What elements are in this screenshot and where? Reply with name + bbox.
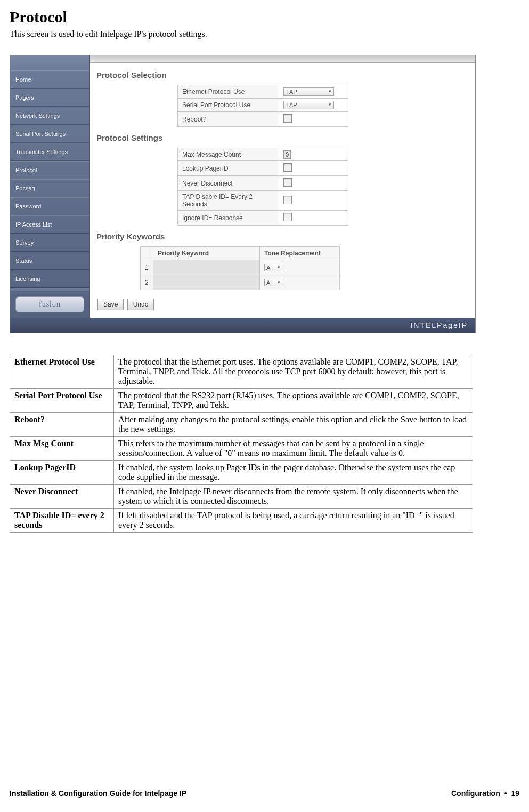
pkw-row2-tone-select[interactable]: A [264,279,282,286]
desc-key-5: Never Disconnect [10,485,114,509]
reboot-label: Reboot? [178,112,279,127]
desc-val-1: The protocol that the RS232 port (RJ45) … [114,389,473,413]
sidebar-item-protocol[interactable]: Protocol [10,161,89,179]
protocol-settings-grid: Max Message Count 0 Lookup PagerID Never… [177,148,348,226]
desc-val-6: If left disabled and the TAP protocol is… [114,509,473,533]
desc-val-4: If enabled, the system looks up Pager ID… [114,461,473,485]
sidebar-item-serial-port-settings[interactable]: Serial Port Settings [10,125,89,143]
pkw-row2-keyword-input[interactable] [158,278,255,285]
ignore-id-checkbox[interactable] [283,213,292,221]
sidebar-item-network-settings[interactable]: Network Settings [10,107,89,125]
sidebar: Home Pagers Network Settings Serial Port… [10,55,90,318]
pkw-tone-header: Tone Replacement [260,247,340,260]
save-button[interactable]: Save [97,299,124,310]
ignore-id-label: Ignore ID= Response [178,211,279,226]
sidebar-header-spacer [10,55,89,70]
reboot-checkbox[interactable] [283,114,292,123]
sidebar-item-password[interactable]: Password [10,197,89,215]
desc-val-2: After making any changes to the protocol… [114,413,473,437]
undo-button[interactable]: Undo [127,299,154,310]
section-protocol-selection-title: Protocol Selection [96,70,468,79]
sidebar-item-ip-access-list[interactable]: IP Access List [10,215,89,234]
pkw-row1-tone-select[interactable]: A [264,264,282,271]
desc-val-0: The protocol that the Ethernet port uses… [114,355,473,389]
sidebar-item-pagers[interactable]: Pagers [10,89,89,107]
sidebar-item-status[interactable]: Status [10,252,89,270]
page-intro: This screen is used to edit Intelpage IP… [10,29,519,39]
description-table: Ethernet Protocol UseThe protocol that t… [10,355,473,533]
sidebar-item-home[interactable]: Home [10,70,89,89]
desc-key-3: Max Msg Count [10,437,114,461]
ethernet-protocol-use-label: Ethernet Protocol Use [178,85,279,99]
desc-key-6: TAP Disable ID= every 2 seconds [10,509,114,533]
desc-key-4: Lookup PagerID [10,461,114,485]
config-ui-panel: Home Pagers Network Settings Serial Port… [10,55,476,333]
fusion-logo: fusion [15,296,84,312]
sidebar-item-licensing[interactable]: Licensing [10,270,89,288]
priority-keywords-table: Priority Keyword Tone Replacement 1 A 2 … [140,246,340,290]
serial-port-protocol-use-label: Serial Port Protocol Use [178,99,279,112]
max-message-count-label: Max Message Count [178,148,279,161]
sidebar-item-pocsag[interactable]: Pocsag [10,179,89,197]
page-heading: Protocol [10,8,519,26]
desc-key-0: Ethernet Protocol Use [10,355,114,389]
desc-key-2: Reboot? [10,413,114,437]
section-protocol-settings-title: Protocol Settings [96,133,468,142]
pkw-num-header [141,247,153,260]
pkw-keyword-header: Priority Keyword [153,247,260,260]
ethernet-protocol-use-select[interactable]: TAP [283,87,334,96]
desc-key-1: Serial Port Protocol Use [10,389,114,413]
lookup-pagerid-label: Lookup PagerID [178,161,279,176]
main-pane: Protocol Selection Ethernet Protocol Use… [90,55,475,318]
pkw-row1-keyword-input[interactable] [158,263,255,270]
desc-val-3: This refers to the maximum number of mes… [114,437,473,461]
never-disconnect-checkbox[interactable] [283,178,292,187]
pkw-row1-num: 1 [141,260,153,275]
pkw-row2-num: 2 [141,275,153,290]
sidebar-item-survey[interactable]: Survey [10,234,89,252]
never-disconnect-label: Never Disconnect [178,176,279,191]
protocol-selection-grid: Ethernet Protocol Use TAP Serial Port Pr… [177,85,348,127]
lookup-pagerid-checkbox[interactable] [283,163,292,172]
desc-val-5: If enabled, the Intelpage IP never disco… [114,485,473,509]
section-priority-keywords-title: Priority Keywords [96,232,468,241]
sidebar-item-transmitter-settings[interactable]: Transmitter Settings [10,143,89,161]
tap-disable-id-checkbox[interactable] [283,196,292,204]
tap-disable-id-label: TAP Disable ID= Every 2 Seconds [178,191,279,211]
serial-port-protocol-use-select[interactable]: TAP [283,101,334,109]
max-message-count-input[interactable]: 0 [283,150,291,159]
brand-bar: INTELPageIP [10,318,475,333]
